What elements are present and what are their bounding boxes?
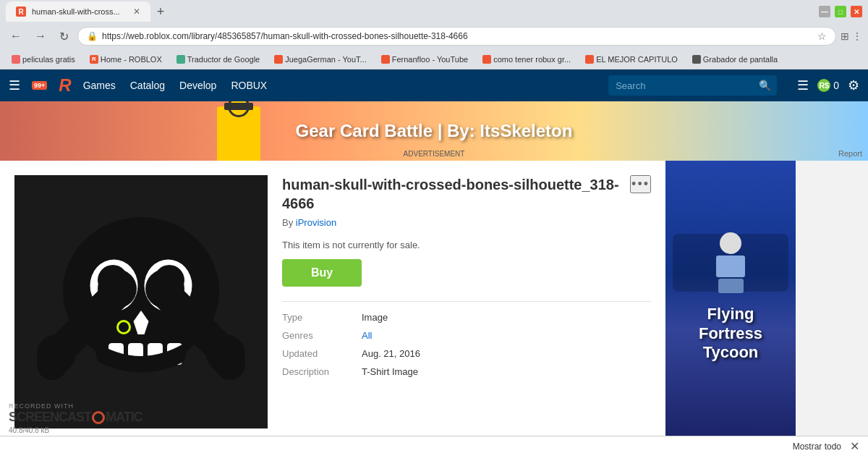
- browser-icons: ⊞ ⋮: [841, 30, 862, 42]
- item-image-section: [14, 175, 268, 428]
- bookmark-favicon: [176, 55, 185, 64]
- bookmark-label: EL MEJOR CAPITULO: [596, 55, 678, 64]
- star-icon[interactable]: ☆: [817, 30, 827, 42]
- meta-updated: Updated Aug. 21, 2016: [282, 348, 651, 359]
- bookmark-peliculas[interactable]: peliculas gratis: [6, 54, 81, 65]
- ad-banner: Gear Card Battle | By: ItsSkeleton ADVER…: [0, 101, 868, 161]
- bookmark-fernanfloo[interactable]: Fernanfloo - YouTube: [375, 54, 474, 65]
- bookmark-label: JuegaGerman - YouT...: [285, 55, 367, 64]
- bookmark-label: como tener robux gr...: [493, 55, 571, 64]
- bookmark-label: Home - ROBLOX: [101, 55, 162, 64]
- ad-character: [217, 106, 260, 161]
- bookmark-grabador[interactable]: Grabador de pantalla: [686, 54, 783, 65]
- forward-button[interactable]: →: [30, 28, 51, 44]
- updated-value: Aug. 21, 2016: [362, 348, 420, 359]
- updated-label: Updated: [282, 348, 347, 359]
- tab-title: human-skull-with-cross...: [32, 7, 124, 16]
- search-button[interactable]: 🔍: [753, 75, 777, 96]
- by-label: By: [282, 217, 296, 228]
- svg-point-9: [37, 350, 67, 380]
- item-details: human-skull-with-crossed-bones-silhouett…: [282, 175, 651, 428]
- meta-genres: Genres All: [282, 330, 651, 341]
- window-controls: — □ ✕: [819, 6, 862, 17]
- meta-type: Type Image: [282, 312, 651, 323]
- type-label: Type: [282, 312, 347, 323]
- bookmark-label: Grabador de pantalla: [703, 55, 778, 64]
- new-tab-button[interactable]: +: [150, 1, 171, 22]
- menu-icon[interactable]: ⋮: [852, 30, 862, 42]
- item-metadata: Type Image Genres All Updated Aug. 21, 2…: [282, 301, 651, 377]
- notification-badge: 99+: [32, 81, 47, 90]
- bookmark-mejor-capitulo[interactable]: EL MEJOR CAPITULO: [579, 54, 684, 65]
- tab-favicon: R: [16, 7, 26, 17]
- robux-icon: R$: [817, 79, 830, 92]
- svg-point-14: [215, 350, 245, 380]
- address-bar[interactable]: 🔒 https://web.roblox.com/library/4853658…: [77, 27, 836, 46]
- chat-icon[interactable]: ☰: [797, 77, 809, 93]
- character-figure: [716, 232, 745, 293]
- item-author: By iProvision: [282, 217, 651, 228]
- ad-title-text: Gear Card Battle | By: ItsSkeleton: [296, 121, 573, 141]
- bookmark-favicon: [381, 55, 390, 64]
- nav-games[interactable]: Games: [83, 80, 116, 91]
- nav-links: Games Catalog Develop ROBUX: [83, 80, 268, 91]
- ad-report-link[interactable]: Report: [838, 149, 862, 158]
- nav-develop[interactable]: Develop: [179, 80, 216, 91]
- screencast-brand2: MATIC: [106, 410, 142, 425]
- back-button[interactable]: ←: [6, 28, 26, 44]
- close-window-button[interactable]: ✕: [851, 6, 862, 17]
- bookmark-favicon: R: [90, 55, 98, 64]
- author-link[interactable]: iProvision: [296, 217, 336, 228]
- svg-point-16: [154, 265, 184, 295]
- more-options-button[interactable]: •••: [630, 175, 651, 193]
- sale-status: This item is not currently for sale.: [282, 240, 651, 250]
- navigation-bar: ← → ↻ 🔒 https://web.roblox.com/library/4…: [0, 23, 868, 49]
- tab-close-button[interactable]: ✕: [133, 7, 140, 17]
- bottom-close-button[interactable]: ✕: [850, 439, 859, 453]
- description-value: T-Shirt Image: [362, 366, 418, 377]
- bookmark-favicon: [585, 55, 594, 64]
- robux-display[interactable]: R$ 0: [817, 79, 839, 92]
- genres-label: Genres: [282, 330, 347, 341]
- minimize-button[interactable]: —: [819, 6, 830, 17]
- bottom-bar: Mostrar todo ✕: [0, 436, 868, 456]
- bookmark-label: peliculas gratis: [22, 55, 75, 64]
- nav-robux[interactable]: ROBUX: [231, 80, 267, 91]
- network-info: 40.8/40.8 kB: [9, 426, 142, 434]
- bookmark-label: Fernanfloo - YouTube: [392, 55, 468, 64]
- right-icons: ☰ R$ 0 ⚙: [797, 77, 859, 93]
- nav-catalog[interactable]: Catalog: [130, 80, 165, 91]
- active-tab[interactable]: R human-skull-with-cross... ✕: [6, 1, 150, 22]
- description-label: Description: [282, 366, 347, 377]
- bookmark-robux[interactable]: como tener robux gr...: [477, 54, 576, 65]
- maximize-button[interactable]: □: [835, 6, 846, 17]
- gear-icon[interactable]: ⚙: [848, 77, 859, 93]
- svg-point-11: [98, 265, 128, 295]
- meta-description: Description T-Shirt Image: [282, 366, 651, 377]
- search-input[interactable]: [608, 76, 753, 96]
- title-bar: R human-skull-with-cross... ✕ + — □ ✕: [0, 0, 868, 23]
- bookmark-juegagerman[interactable]: JuegaGerman - YouT...: [268, 54, 373, 65]
- extensions-icon[interactable]: ⊞: [841, 30, 849, 42]
- screencast-info: RECORDED WITH SCREENCAST MATIC 40.8/40.8…: [9, 402, 142, 434]
- buy-button[interactable]: Buy: [282, 259, 362, 287]
- skull-image: [33, 193, 250, 410]
- bookmark-favicon: [482, 55, 491, 64]
- recorded-with-label: RECORDED WITH: [9, 402, 142, 410]
- bookmark-favicon: [692, 55, 701, 64]
- sidebar-ad-image: [673, 234, 788, 292]
- ad-label: ADVERTISEMENT: [404, 150, 465, 158]
- bookmark-favicon: [12, 55, 20, 64]
- show-all-text[interactable]: Mostrar todo: [793, 442, 841, 452]
- search-box[interactable]: 🔍: [608, 75, 777, 96]
- item-title-row: human-skull-with-crossed-bones-silhouett…: [282, 175, 651, 213]
- roblox-navbar: ☰ 99+ R Games Catalog Develop ROBUX 🔍 ☰ …: [0, 69, 868, 101]
- hamburger-icon[interactable]: ☰: [9, 77, 20, 93]
- sidebar-ad-title: Flying Fortress Tycoon: [692, 297, 770, 369]
- bookmark-roblox-home[interactable]: R Home - ROBLOX: [84, 54, 168, 65]
- screencast-o-icon: [92, 411, 105, 424]
- bookmark-traductor[interactable]: Traductor de Google: [171, 54, 265, 65]
- reload-button[interactable]: ↻: [55, 28, 73, 45]
- right-sidebar-ad: Flying Fortress Tycoon: [665, 161, 796, 443]
- genres-value[interactable]: All: [362, 330, 372, 341]
